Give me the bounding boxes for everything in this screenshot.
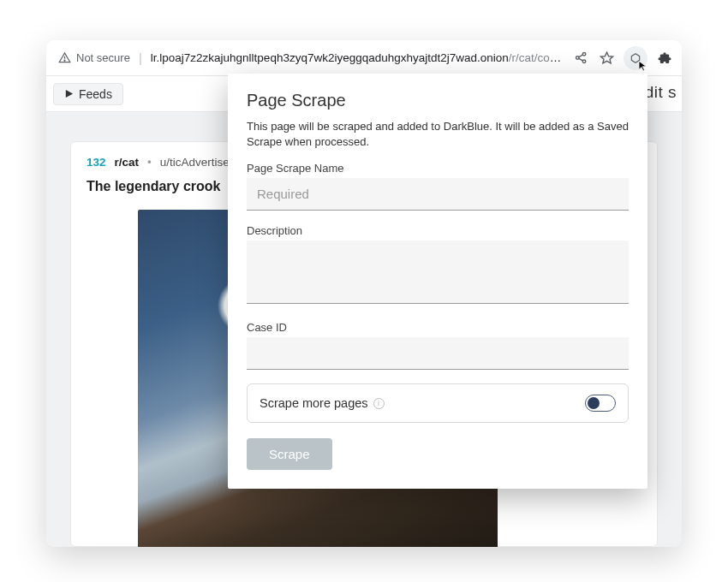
scrape-more-toggle[interactable] <box>585 395 616 412</box>
toggle-knob <box>588 397 600 409</box>
extension-popup: Page Scrape This page will be scraped an… <box>228 74 647 489</box>
feeds-button[interactable]: Feeds <box>53 83 123 105</box>
scrape-name-input[interactable] <box>247 178 629 211</box>
cursor-icon <box>637 60 649 72</box>
svg-line-6 <box>578 58 582 61</box>
svg-line-5 <box>578 55 582 57</box>
post-subreddit[interactable]: r/cat <box>115 156 140 169</box>
address-bar: Not secure | lr.lpoaj7z2zkajuhgnlltpeqh3… <box>46 40 682 76</box>
svg-marker-8 <box>66 90 73 98</box>
popup-description: This page will be scraped and added to D… <box>247 119 629 150</box>
meta-separator: • <box>147 156 152 169</box>
caseid-input[interactable] <box>247 337 629 370</box>
security-label: Not secure <box>76 51 130 64</box>
scrape-button[interactable]: Scrape <box>247 438 332 470</box>
url-text[interactable]: lr.lpoaj7z2zkajuhgnlltpeqh3zyq7wk2iyeggq… <box>151 51 565 64</box>
svg-marker-7 <box>600 52 612 63</box>
popup-title: Page Scrape <box>247 91 629 110</box>
url-path: /r/cat/comments/1… <box>509 51 565 64</box>
scrape-name-label: Page Scrape Name <box>247 162 629 175</box>
addressbar-actions <box>572 46 673 70</box>
extensions-puzzle-icon[interactable] <box>656 50 673 67</box>
info-icon[interactable]: i <box>373 398 385 409</box>
extension-button-active[interactable] <box>624 46 647 70</box>
security-indicator[interactable]: Not secure <box>58 51 130 64</box>
post-author[interactable]: u/ticAdvertiser <box>160 156 234 169</box>
edit-text-fragment: dit s <box>645 83 677 102</box>
description-label: Description <box>247 224 629 237</box>
svg-point-1 <box>64 60 65 61</box>
toggle-label: Scrape more pages <box>260 396 368 410</box>
star-icon[interactable] <box>598 50 615 67</box>
caseid-label: Case ID <box>247 321 629 334</box>
play-icon <box>64 89 74 98</box>
feeds-label: Feeds <box>79 87 112 101</box>
addressbar-separator: | <box>139 50 142 65</box>
scrape-more-toggle-row: Scrape more pages i <box>247 383 629 423</box>
url-host: lr.lpoaj7z2zkajuhgnlltpeqh3zyq7wk2iyeggq… <box>151 51 509 64</box>
share-icon[interactable] <box>572 50 589 67</box>
post-score: 132 <box>87 156 106 169</box>
description-input[interactable] <box>247 241 629 304</box>
warning-icon <box>58 51 71 64</box>
